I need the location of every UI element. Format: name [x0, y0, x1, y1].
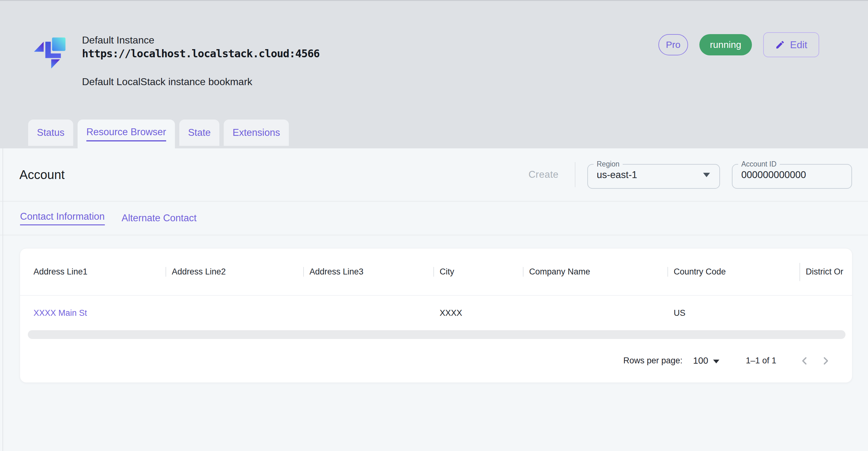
tab-label: State	[188, 127, 211, 138]
tab-label: Status	[37, 127, 64, 138]
column-header-address-line3: Address Line3	[303, 267, 433, 277]
account-id-field[interactable]: Account ID 000000000000	[732, 160, 852, 189]
edit-button[interactable]: Edit	[763, 32, 819, 57]
region-value: us-east-1	[597, 169, 703, 181]
column-header-company-name: Company Name	[523, 267, 668, 277]
subtab-contact-information[interactable]: Contact Information	[20, 211, 105, 226]
edit-button-label: Edit	[790, 39, 807, 51]
table-row[interactable]: XXXX Main St XXXX US	[20, 296, 852, 330]
rows-per-page-value: 100	[693, 356, 708, 366]
account-id-label: Account ID	[738, 160, 780, 168]
dropdown-caret-icon	[713, 360, 719, 363]
account-subtabs: Contact Information Alternate Contact	[0, 202, 868, 235]
toolbar-divider	[575, 162, 576, 187]
pro-badge: Pro	[658, 34, 688, 55]
tab-resource-browser[interactable]: Resource Browser	[78, 120, 175, 148]
tab-label: Resource Browser	[86, 126, 166, 142]
rows-per-page-label: Rows per page:	[623, 356, 682, 366]
pagination-range: 1–1 of 1	[746, 356, 776, 366]
column-header-address-line2: Address Line2	[165, 267, 303, 277]
subtab-alternate-contact[interactable]: Alternate Contact	[122, 212, 197, 224]
main-tabs: Status Resource Browser State Extensions	[28, 120, 289, 148]
running-status-badge: running	[699, 34, 752, 55]
horizontal-scrollbar[interactable]	[28, 330, 845, 339]
instance-url: https://localhost.localstack.cloud:4566	[82, 47, 319, 60]
cell-city: XXXX	[433, 308, 523, 318]
instance-header: Default Instance https://localhost.local…	[0, 1, 868, 148]
column-header-address-line1: Address Line1	[20, 267, 165, 277]
tab-label: Extensions	[232, 127, 280, 138]
tab-extensions[interactable]: Extensions	[224, 120, 289, 146]
instance-title: Default Instance	[82, 33, 319, 47]
column-header-country-code: Country Code	[668, 267, 800, 277]
resource-browser-panel: Account Create Region us-east-1 Account …	[0, 148, 868, 451]
contact-information-table-card: Address Line1 Address Line2 Address Line…	[20, 248, 852, 383]
column-header-city: City	[433, 267, 523, 277]
cell-country-code: US	[668, 308, 800, 318]
create-button[interactable]: Create	[528, 169, 559, 180]
instance-subtitle: Default LocalStack instance bookmark	[82, 76, 319, 88]
dropdown-caret-icon	[703, 173, 710, 177]
chevron-left-icon	[799, 355, 810, 366]
tab-status[interactable]: Status	[28, 120, 73, 146]
pagination-bar: Rows per page: 100 1–1 of 1	[20, 339, 852, 383]
previous-page-button[interactable]	[794, 350, 815, 371]
localstack-logo	[29, 32, 71, 73]
pencil-icon	[775, 40, 785, 50]
cell-address-line1-link[interactable]: XXXX Main St	[20, 308, 165, 318]
tab-state[interactable]: State	[179, 120, 219, 146]
rows-per-page-select[interactable]: 100	[693, 356, 719, 366]
account-id-value: 000000000000	[741, 169, 842, 181]
next-page-button[interactable]	[815, 350, 836, 371]
panel-left-edge	[2, 148, 3, 451]
page-title: Account	[20, 168, 65, 182]
table-header-row: Address Line1 Address Line2 Address Line…	[20, 248, 852, 296]
chevron-right-icon	[820, 355, 831, 366]
account-toolbar: Account Create Region us-east-1 Account …	[0, 148, 868, 202]
region-label: Region	[594, 160, 623, 168]
region-select[interactable]: Region us-east-1	[587, 160, 720, 189]
column-header-district: District Or	[800, 267, 852, 277]
